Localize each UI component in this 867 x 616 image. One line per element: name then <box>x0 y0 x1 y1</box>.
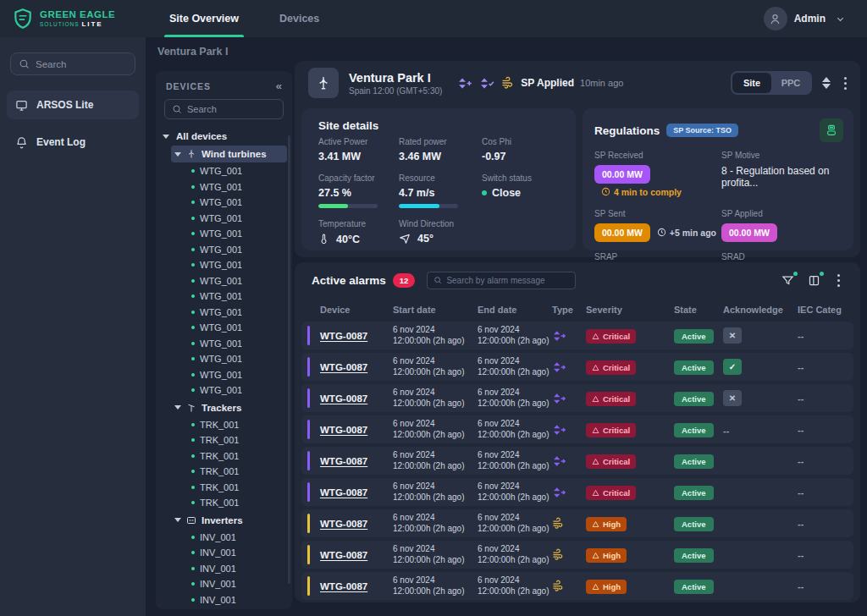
tree-leaf-label: WTG_001 <box>200 354 242 364</box>
devices-search-input[interactable] <box>187 104 268 114</box>
tree-leaf-label: INV_001 <box>200 579 236 589</box>
tree-leaf-trk_001[interactable]: TRK_001 <box>191 432 287 448</box>
tree-leaf-trk_001[interactable]: TRK_001 <box>191 448 287 465</box>
sort-icon[interactable] <box>822 77 831 89</box>
status-dot <box>191 551 195 554</box>
alarm-row[interactable]: WTG-00876 nov 202412:00:00h (2h ago)6 no… <box>301 322 853 349</box>
alarm-device-link[interactable]: WTG-0087 <box>320 581 393 591</box>
tree-leaf-wtg_001[interactable]: WTG_001 <box>191 305 287 321</box>
tree-leaf-trk_001[interactable]: TRK_001 <box>191 464 287 480</box>
tree-leaf-inv_001[interactable]: INV_001 <box>191 545 287 561</box>
tree-group-trackers[interactable]: Trackers <box>171 399 287 416</box>
alarm-row[interactable]: WTG-00876 nov 202412:00:00h (2h ago)6 no… <box>301 384 853 412</box>
devices-search[interactable] <box>164 99 284 119</box>
tree-leaf-wtg_001[interactable]: WTG_001 <box>191 195 287 211</box>
tree-leaf-inv_001[interactable]: INV_001 <box>191 530 287 546</box>
acknowledge-dismiss-button[interactable]: ✕ <box>723 327 742 344</box>
tree-leaf-inv_001[interactable]: INV_001 <box>191 576 287 592</box>
kebab-menu-icon[interactable] <box>834 272 843 289</box>
tree-leaf-label: WTG_001 <box>200 276 242 286</box>
collapse-panel-icon[interactable]: « <box>276 80 282 92</box>
user-menu[interactable]: Admin <box>764 7 867 30</box>
tree-leaf-inv_001[interactable]: INV_001 <box>191 561 287 577</box>
alarm-device-link[interactable]: WTG-0087 <box>320 550 393 560</box>
tree-leaf-wtg_001[interactable]: WTG_001 <box>191 367 287 383</box>
view-toggle-ppc[interactable]: PPC <box>771 73 810 93</box>
col-type[interactable]: Type <box>552 305 586 315</box>
alarms-search-input[interactable] <box>446 276 561 285</box>
severity-badge: Critical <box>586 486 636 500</box>
tree-leaf-wtg_001[interactable]: WTG_001 <box>191 289 287 305</box>
devices-panel: DEVICES « All devices Wind turbinesWTG_0… <box>156 71 292 609</box>
alarm-row[interactable]: WTG-00876 nov 202412:00:00h (2h ago)6 no… <box>301 541 853 569</box>
tree-leaf-wtg_001[interactable]: WTG_001 <box>191 320 287 336</box>
status-dot <box>191 248 195 251</box>
alarm-row[interactable]: WTG-00876 nov 202412:00:00h (2h ago)6 no… <box>301 478 853 506</box>
col-state[interactable]: State <box>674 305 723 315</box>
tree-leaf-trk_001[interactable]: TRK_001 <box>191 480 287 496</box>
columns-icon[interactable] <box>808 274 820 287</box>
tree-leaf-wtg_001[interactable]: WTG_001 <box>191 273 287 289</box>
alarm-row[interactable]: WTG-00876 nov 202412:00:00h (2h ago)6 no… <box>301 415 853 443</box>
alarms-table-header: Device Start date End date Type Severity… <box>301 298 853 322</box>
alert-triangle-icon <box>592 520 599 528</box>
tree-leaf-wtg_001[interactable]: WTG_001 <box>191 336 287 352</box>
sidebar-item-arsos-lite[interactable]: ARSOS Lite <box>7 91 139 119</box>
tree-leaf-wtg_001[interactable]: WTG_001 <box>191 226 287 242</box>
tree-group-inverters[interactable]: Inverters <box>171 512 287 529</box>
status-dot <box>191 169 195 173</box>
sidebar-search-input[interactable] <box>36 59 120 69</box>
tree-leaf-wtg_001[interactable]: WTG_001 <box>191 382 287 399</box>
severity-cell: Critical <box>586 391 674 406</box>
devices-scrollbar[interactable] <box>288 135 290 584</box>
col-device[interactable]: Device <box>320 305 393 315</box>
tree-leaf-wtg_001[interactable]: WTG_001 <box>191 163 287 179</box>
alarm-device-link[interactable]: WTG-0087 <box>320 425 393 435</box>
site-overview-card: Ventura Park I Spain 12:00 (GMT+5:30) SP… <box>295 61 860 257</box>
tab-site-overview[interactable]: Site Overview <box>169 0 239 37</box>
col-end-date[interactable]: End date <box>478 305 552 315</box>
sp-applied-badge: 00.00 MW <box>721 223 777 242</box>
acknowledge-dismiss-button[interactable]: ✕ <box>723 390 742 406</box>
alarm-device-link[interactable]: WTG-0087 <box>320 519 393 529</box>
col-severity[interactable]: Severity <box>586 305 674 315</box>
sidebar-item-event-log[interactable]: Event Log <box>7 128 139 157</box>
alarm-row[interactable]: WTG-00876 nov 202412:00:00h (2h ago)6 no… <box>301 447 853 475</box>
tree-leaf-trk_001[interactable]: TRK_001 <box>191 495 287 511</box>
view-toggle: Site PPC <box>731 71 812 95</box>
bell-icon <box>15 136 28 149</box>
tree-group-wind-turbines[interactable]: Wind turbines <box>171 146 287 162</box>
severity-badge: High <box>586 548 627 563</box>
alarm-row[interactable]: WTG-00876 nov 202412:00:00h (2h ago)6 no… <box>301 572 853 600</box>
tree-leaf-wtg_001[interactable]: WTG_001 <box>191 257 287 273</box>
alarm-row[interactable]: WTG-00876 nov 202412:00:00h (2h ago)6 no… <box>301 509 853 537</box>
tree-leaf-wtg_001[interactable]: WTG_001 <box>191 351 287 367</box>
alarm-device-link[interactable]: WTG-0087 <box>320 362 393 372</box>
tree-node-all-devices[interactable]: All devices <box>163 128 287 145</box>
alarm-row[interactable]: WTG-00876 nov 202412:00:00h (2h ago)6 no… <box>301 353 853 381</box>
alarms-search[interactable] <box>427 272 576 289</box>
col-start-date[interactable]: Start date <box>393 305 478 315</box>
metric-switch-status: Switch status Close <box>482 173 576 208</box>
view-toggle-site[interactable]: Site <box>732 73 771 93</box>
tree-leaf-inv_001[interactable]: INV_001 <box>191 592 287 608</box>
automation-robot-icon[interactable] <box>820 118 843 142</box>
acknowledge-confirm-button[interactable]: ✓ <box>723 359 742 375</box>
sidebar-search[interactable] <box>10 52 135 75</box>
alarm-device-link[interactable]: WTG-0087 <box>320 393 393 404</box>
sp-status-label: SP Applied <box>521 77 574 89</box>
filter-icon[interactable] <box>781 274 794 287</box>
tree-leaf-trk_001[interactable]: TRK_001 <box>191 417 287 433</box>
alarm-device-link[interactable]: WTG-0087 <box>320 456 393 466</box>
tab-devices[interactable]: Devices <box>279 0 319 37</box>
alarm-device-link[interactable]: WTG-0087 <box>320 487 393 498</box>
kebab-menu-icon[interactable] <box>841 75 850 91</box>
col-acknowledge[interactable]: Acknowledge <box>723 305 798 315</box>
severity-badge: Critical <box>586 423 636 437</box>
tree-leaf-label: WTG_001 <box>200 197 242 207</box>
col-iec-category[interactable]: IEC Categ <box>798 305 853 315</box>
alarm-device-link[interactable]: WTG-0087 <box>320 331 393 341</box>
tree-leaf-wtg_001[interactable]: WTG_001 <box>191 242 287 258</box>
tree-leaf-wtg_001[interactable]: WTG_001 <box>191 179 287 195</box>
tree-leaf-wtg_001[interactable]: WTG_001 <box>191 211 287 227</box>
